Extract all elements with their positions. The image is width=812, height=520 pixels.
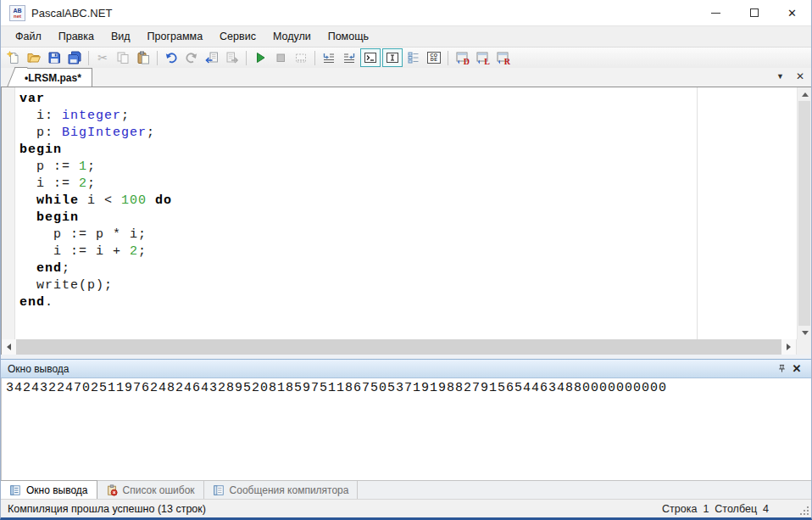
maximize-icon xyxy=(750,8,759,17)
code-text[interactable]: var i: integer; p: BigInteger;begin p :=… xyxy=(2,87,797,311)
close-button[interactable]: ✕ xyxy=(773,0,811,25)
dock-r-button[interactable]: R xyxy=(492,48,513,67)
indent-decrease-button[interactable] xyxy=(319,48,339,67)
paste-icon xyxy=(136,51,150,64)
code-line[interactable]: begin xyxy=(19,210,797,226)
scroll-up-button[interactable] xyxy=(798,87,812,101)
tab-error-list[interactable]: Список ошибок xyxy=(97,481,204,499)
toolbar-separator xyxy=(246,51,247,65)
code-line[interactable]: write(p); xyxy=(19,277,797,294)
format-button[interactable] xyxy=(291,48,311,67)
indent-increase-icon xyxy=(342,51,356,64)
menu-edit[interactable]: Правка xyxy=(50,27,103,46)
save-button[interactable] xyxy=(44,48,64,67)
nav-back-icon xyxy=(205,51,219,64)
tab-output-window[interactable]: Окно вывода xyxy=(1,480,97,499)
scroll-down-button[interactable] xyxy=(798,326,812,339)
code-line[interactable]: i := i + 2; xyxy=(19,243,797,260)
code-line[interactable]: end. xyxy=(19,294,797,311)
code-line[interactable]: var xyxy=(19,91,797,108)
menu-help[interactable]: Помощь xyxy=(320,27,377,46)
indent-decrease-icon xyxy=(322,51,336,64)
scroll-right-button[interactable] xyxy=(781,339,796,355)
code-editor: var i: integer; p: BigInteger;begin p :=… xyxy=(1,87,811,339)
dock-l-icon: L xyxy=(476,51,489,64)
code-line[interactable]: i: integer; xyxy=(19,108,797,125)
dock-d-button[interactable]: D xyxy=(452,48,472,67)
new-file-button[interactable] xyxy=(3,48,24,67)
structure-icon xyxy=(407,51,420,64)
dock-r-icon: R xyxy=(496,51,509,64)
format-icon xyxy=(294,51,308,64)
editor-tab-bar: •LRSM.pas* ▼ ✕ xyxy=(1,68,811,87)
code-line[interactable]: while i < 100 do xyxy=(19,193,797,210)
output-panel-body[interactable]: 3424322470251197624824643289520818597511… xyxy=(1,378,811,480)
cut-button[interactable]: ✂ xyxy=(92,48,113,67)
line-value: 1 xyxy=(703,503,709,515)
menu-modules[interactable]: Модули xyxy=(264,27,320,46)
open-file-button[interactable] xyxy=(24,48,44,67)
run-button[interactable] xyxy=(250,48,270,67)
up-arrow-icon xyxy=(802,92,809,97)
structure-view-button[interactable] xyxy=(403,48,424,67)
save-all-button[interactable] xyxy=(64,48,85,67)
output-panel-header: Окно вывода ✕ xyxy=(1,359,811,378)
tab-lrsm-pas[interactable]: •LRSM.pas* xyxy=(18,68,92,87)
vertical-scroll-thumb[interactable] xyxy=(798,101,810,326)
left-arrow-icon xyxy=(7,344,11,350)
code-line[interactable]: p := p * i; xyxy=(19,226,797,243)
code-line[interactable]: i := 2; xyxy=(19,176,797,193)
tab-compiler-messages[interactable]: Сообщения компилятора xyxy=(204,481,359,499)
undo-icon xyxy=(164,51,178,64)
toolbar-separator xyxy=(314,51,315,65)
code-area[interactable]: var i: integer; p: BigInteger;begin p :=… xyxy=(2,87,797,339)
menu-service[interactable]: Сервис xyxy=(211,27,264,46)
code-line[interactable]: end; xyxy=(19,260,797,277)
code-line[interactable]: p := 1; xyxy=(19,159,797,176)
close-tab-button[interactable]: ✕ xyxy=(796,70,804,82)
right-arrow-icon xyxy=(787,344,791,350)
minimize-button[interactable] xyxy=(697,0,735,25)
dock-l-button[interactable]: L xyxy=(472,48,492,67)
close-output-button[interactable]: ✕ xyxy=(789,361,804,377)
scroll-left-button[interactable] xyxy=(2,339,16,355)
output-window-icon xyxy=(9,484,21,496)
menu-view[interactable]: Вид xyxy=(103,27,139,46)
toolbar-separator xyxy=(88,51,89,65)
code-line[interactable]: begin xyxy=(19,142,797,159)
toggle-caret-button[interactable] xyxy=(382,48,403,67)
app-logo-icon: AB net xyxy=(9,5,25,21)
redo-icon xyxy=(185,51,198,64)
console-icon xyxy=(364,51,377,64)
output-panel-title: Окно вывода xyxy=(8,363,70,375)
editor-vertical-scrollbar[interactable] xyxy=(797,87,811,339)
code-line[interactable]: p: BigInteger; xyxy=(19,125,797,142)
scrollbar-corner xyxy=(796,339,811,355)
undo-button[interactable] xyxy=(161,48,181,67)
pin-panel-button[interactable] xyxy=(774,361,789,377)
toggle-console-button[interactable] xyxy=(360,48,381,67)
menu-file[interactable]: Файл xyxy=(7,27,50,46)
editor-horizontal-scrollbar[interactable] xyxy=(1,339,811,355)
cut-icon: ✂ xyxy=(96,51,109,64)
horizontal-scroll-thumb[interactable] xyxy=(16,339,781,355)
code-snippets-button[interactable]: CO DE xyxy=(424,48,444,67)
maximize-button[interactable] xyxy=(735,0,773,25)
paste-button[interactable] xyxy=(133,48,153,67)
title-bar: AB net PascalABC.NET ✕ xyxy=(1,0,811,25)
indent-increase-button[interactable] xyxy=(339,48,359,67)
nav-forward-button[interactable] xyxy=(222,48,242,67)
redo-button[interactable] xyxy=(181,48,202,67)
nav-back-button[interactable] xyxy=(202,48,222,67)
compile-status-message: Компиляция прошла успешно (13 строк) xyxy=(8,503,206,515)
copy-button[interactable] xyxy=(113,48,133,67)
resize-grip[interactable] xyxy=(800,506,809,515)
stop-button[interactable] xyxy=(270,48,291,67)
app-window: AB net PascalABC.NET ✕ Файл Правка Вид П… xyxy=(0,0,812,520)
error-list-icon xyxy=(106,484,118,496)
open-folder-icon xyxy=(27,51,41,64)
menu-program[interactable]: Программа xyxy=(139,27,212,46)
toolbar-separator xyxy=(448,51,448,65)
nav-forward-icon xyxy=(225,51,239,64)
tab-list-dropdown-button[interactable]: ▼ xyxy=(776,72,784,81)
